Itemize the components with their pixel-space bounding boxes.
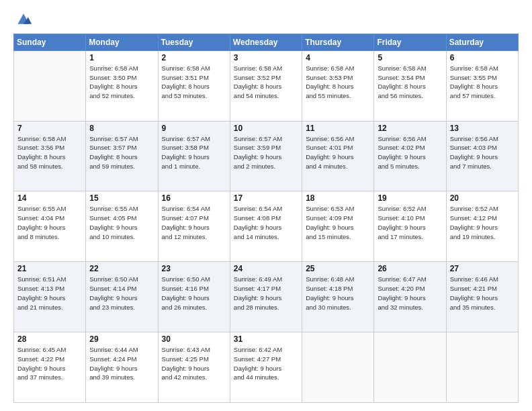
day-number: 2 bbox=[162, 53, 226, 62]
calendar-cell: 4Sunrise: 6:58 AM Sunset: 3:53 PM Daylig… bbox=[302, 50, 374, 121]
calendar-cell: 13Sunrise: 6:56 AM Sunset: 4:03 PM Dayli… bbox=[446, 121, 518, 191]
calendar-cell: 10Sunrise: 6:57 AM Sunset: 3:59 PM Dayli… bbox=[230, 121, 302, 191]
day-number: 23 bbox=[162, 264, 226, 273]
day-number: 11 bbox=[306, 124, 370, 133]
logo bbox=[13, 13, 32, 27]
day-info: Sunrise: 6:54 AM Sunset: 4:08 PM Dayligh… bbox=[234, 204, 298, 241]
day-number: 5 bbox=[378, 53, 442, 62]
calendar-cell bbox=[446, 332, 518, 403]
day-number: 28 bbox=[17, 334, 82, 344]
day-info: Sunrise: 6:58 AM Sunset: 3:53 PM Dayligh… bbox=[306, 64, 370, 101]
calendar-cell: 12Sunrise: 6:56 AM Sunset: 4:02 PM Dayli… bbox=[374, 121, 446, 191]
day-number: 9 bbox=[162, 124, 226, 133]
day-number: 1 bbox=[89, 53, 154, 62]
day-number: 19 bbox=[378, 193, 442, 203]
day-info: Sunrise: 6:53 AM Sunset: 4:09 PM Dayligh… bbox=[306, 204, 370, 241]
calendar-cell: 16Sunrise: 6:54 AM Sunset: 4:07 PM Dayli… bbox=[158, 191, 230, 262]
page: SundayMondayTuesdayWednesdayThursdayFrid… bbox=[0, 0, 532, 411]
calendar-cell: 6Sunrise: 6:58 AM Sunset: 3:55 PM Daylig… bbox=[446, 50, 518, 121]
weekday-header-cell: Friday bbox=[374, 34, 446, 50]
day-info: Sunrise: 6:54 AM Sunset: 4:07 PM Dayligh… bbox=[162, 204, 226, 241]
calendar-cell: 22Sunrise: 6:50 AM Sunset: 4:14 PM Dayli… bbox=[86, 262, 158, 332]
calendar-body: 1Sunrise: 6:58 AM Sunset: 3:50 PM Daylig… bbox=[14, 50, 519, 402]
day-number: 22 bbox=[89, 264, 154, 273]
day-info: Sunrise: 6:58 AM Sunset: 3:55 PM Dayligh… bbox=[450, 64, 515, 101]
day-number: 16 bbox=[162, 193, 226, 203]
day-info: Sunrise: 6:50 AM Sunset: 4:14 PM Dayligh… bbox=[89, 275, 154, 312]
day-number: 10 bbox=[234, 124, 298, 133]
day-info: Sunrise: 6:58 AM Sunset: 3:56 PM Dayligh… bbox=[17, 134, 82, 171]
calendar-cell: 20Sunrise: 6:52 AM Sunset: 4:12 PM Dayli… bbox=[446, 191, 518, 262]
day-info: Sunrise: 6:52 AM Sunset: 4:10 PM Dayligh… bbox=[378, 204, 442, 241]
day-info: Sunrise: 6:44 AM Sunset: 4:24 PM Dayligh… bbox=[89, 345, 154, 382]
logo-icon bbox=[15, 12, 32, 26]
calendar-cell: 15Sunrise: 6:55 AM Sunset: 4:05 PM Dayli… bbox=[86, 191, 158, 262]
day-info: Sunrise: 6:57 AM Sunset: 3:58 PM Dayligh… bbox=[162, 134, 226, 171]
day-info: Sunrise: 6:47 AM Sunset: 4:20 PM Dayligh… bbox=[378, 275, 442, 312]
weekday-header-cell: Thursday bbox=[302, 34, 374, 50]
day-number: 14 bbox=[17, 193, 82, 203]
day-number: 20 bbox=[450, 193, 515, 203]
day-info: Sunrise: 6:46 AM Sunset: 4:21 PM Dayligh… bbox=[450, 275, 515, 312]
calendar-cell bbox=[14, 50, 86, 121]
header bbox=[13, 11, 519, 27]
calendar-cell: 7Sunrise: 6:58 AM Sunset: 3:56 PM Daylig… bbox=[14, 121, 86, 191]
calendar-cell: 24Sunrise: 6:49 AM Sunset: 4:17 PM Dayli… bbox=[230, 262, 302, 332]
weekday-header-cell: Saturday bbox=[446, 34, 518, 50]
calendar-cell: 30Sunrise: 6:43 AM Sunset: 4:25 PM Dayli… bbox=[158, 332, 230, 403]
calendar-week-row: 28Sunrise: 6:45 AM Sunset: 4:22 PM Dayli… bbox=[14, 332, 519, 403]
day-info: Sunrise: 6:55 AM Sunset: 4:05 PM Dayligh… bbox=[89, 204, 154, 241]
calendar-cell: 21Sunrise: 6:51 AM Sunset: 4:13 PM Dayli… bbox=[14, 262, 86, 332]
weekday-header-cell: Wednesday bbox=[230, 34, 302, 50]
day-info: Sunrise: 6:55 AM Sunset: 4:04 PM Dayligh… bbox=[17, 204, 82, 241]
calendar-week-row: 14Sunrise: 6:55 AM Sunset: 4:04 PM Dayli… bbox=[14, 191, 519, 262]
weekday-header-cell: Tuesday bbox=[158, 34, 230, 50]
calendar-cell: 11Sunrise: 6:56 AM Sunset: 4:01 PM Dayli… bbox=[302, 121, 374, 191]
calendar-cell: 27Sunrise: 6:46 AM Sunset: 4:21 PM Dayli… bbox=[446, 262, 518, 332]
day-info: Sunrise: 6:58 AM Sunset: 3:54 PM Dayligh… bbox=[378, 64, 442, 101]
day-info: Sunrise: 6:58 AM Sunset: 3:50 PM Dayligh… bbox=[89, 64, 154, 101]
calendar-cell: 8Sunrise: 6:57 AM Sunset: 3:57 PM Daylig… bbox=[86, 121, 158, 191]
calendar-cell bbox=[302, 332, 374, 403]
day-number: 7 bbox=[17, 124, 82, 133]
day-info: Sunrise: 6:56 AM Sunset: 4:02 PM Dayligh… bbox=[378, 134, 442, 171]
calendar-week-row: 1Sunrise: 6:58 AM Sunset: 3:50 PM Daylig… bbox=[14, 50, 519, 121]
calendar-week-row: 21Sunrise: 6:51 AM Sunset: 4:13 PM Dayli… bbox=[14, 262, 519, 332]
calendar-cell: 23Sunrise: 6:50 AM Sunset: 4:16 PM Dayli… bbox=[158, 262, 230, 332]
calendar-cell: 17Sunrise: 6:54 AM Sunset: 4:08 PM Dayli… bbox=[230, 191, 302, 262]
day-info: Sunrise: 6:45 AM Sunset: 4:22 PM Dayligh… bbox=[17, 345, 82, 382]
calendar-cell: 31Sunrise: 6:42 AM Sunset: 4:27 PM Dayli… bbox=[230, 332, 302, 403]
day-number: 17 bbox=[234, 193, 298, 203]
day-number: 24 bbox=[234, 264, 298, 273]
calendar-cell: 29Sunrise: 6:44 AM Sunset: 4:24 PM Dayli… bbox=[86, 332, 158, 403]
day-info: Sunrise: 6:51 AM Sunset: 4:13 PM Dayligh… bbox=[17, 275, 82, 312]
weekday-header-cell: Sunday bbox=[14, 34, 86, 50]
calendar-cell: 2Sunrise: 6:58 AM Sunset: 3:51 PM Daylig… bbox=[158, 50, 230, 121]
day-info: Sunrise: 6:43 AM Sunset: 4:25 PM Dayligh… bbox=[162, 345, 226, 382]
calendar-cell: 9Sunrise: 6:57 AM Sunset: 3:58 PM Daylig… bbox=[158, 121, 230, 191]
day-number: 6 bbox=[450, 53, 515, 62]
calendar-table: SundayMondayTuesdayWednesdayThursdayFrid… bbox=[13, 34, 519, 403]
calendar-cell: 5Sunrise: 6:58 AM Sunset: 3:54 PM Daylig… bbox=[374, 50, 446, 121]
day-number: 26 bbox=[378, 264, 442, 273]
calendar-cell: 28Sunrise: 6:45 AM Sunset: 4:22 PM Dayli… bbox=[14, 332, 86, 403]
calendar-cell: 25Sunrise: 6:48 AM Sunset: 4:18 PM Dayli… bbox=[302, 262, 374, 332]
day-info: Sunrise: 6:49 AM Sunset: 4:17 PM Dayligh… bbox=[234, 275, 298, 312]
day-info: Sunrise: 6:57 AM Sunset: 3:57 PM Dayligh… bbox=[89, 134, 154, 171]
calendar-cell: 14Sunrise: 6:55 AM Sunset: 4:04 PM Dayli… bbox=[14, 191, 86, 262]
day-info: Sunrise: 6:50 AM Sunset: 4:16 PM Dayligh… bbox=[162, 275, 226, 312]
day-info: Sunrise: 6:58 AM Sunset: 3:52 PM Dayligh… bbox=[234, 64, 298, 101]
day-info: Sunrise: 6:42 AM Sunset: 4:27 PM Dayligh… bbox=[234, 345, 298, 382]
day-number: 30 bbox=[162, 334, 226, 344]
day-number: 25 bbox=[306, 264, 370, 273]
day-info: Sunrise: 6:48 AM Sunset: 4:18 PM Dayligh… bbox=[306, 275, 370, 312]
calendar-week-row: 7Sunrise: 6:58 AM Sunset: 3:56 PM Daylig… bbox=[14, 121, 519, 191]
calendar-cell: 1Sunrise: 6:58 AM Sunset: 3:50 PM Daylig… bbox=[86, 50, 158, 121]
weekday-header-cell: Monday bbox=[86, 34, 158, 50]
day-number: 8 bbox=[89, 124, 154, 133]
day-info: Sunrise: 6:52 AM Sunset: 4:12 PM Dayligh… bbox=[450, 204, 515, 241]
day-info: Sunrise: 6:56 AM Sunset: 4:03 PM Dayligh… bbox=[450, 134, 515, 171]
calendar-cell bbox=[374, 332, 446, 403]
day-number: 3 bbox=[234, 53, 298, 62]
day-number: 15 bbox=[89, 193, 154, 203]
